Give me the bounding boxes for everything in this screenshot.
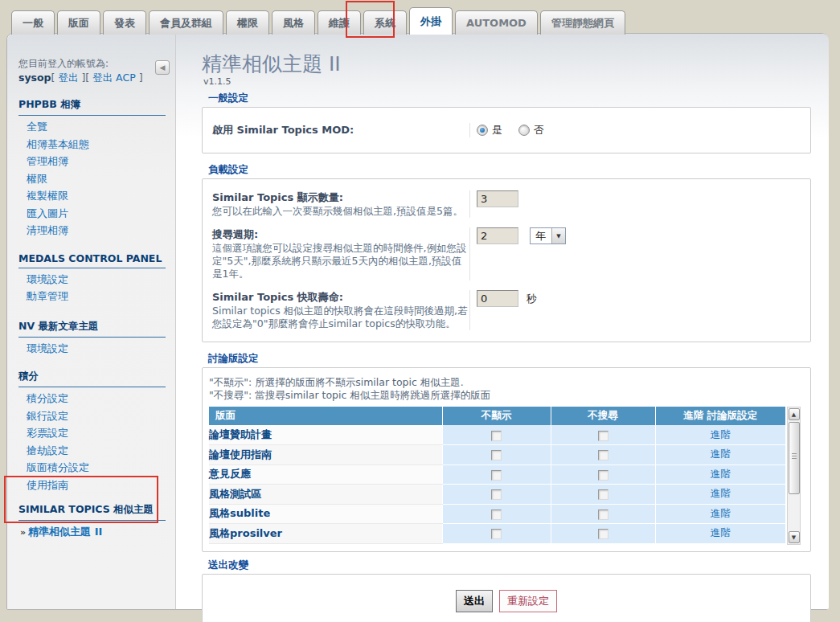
sidebar-item-overview[interactable]: 全覽 [27, 118, 166, 136]
forum-name: 論壇贊助計畫 [209, 425, 442, 445]
collapse-left-icon: ◀ [160, 63, 166, 72]
no-search-checkbox[interactable] [598, 489, 608, 500]
forum-name: 意見反應 [209, 464, 442, 485]
tab-system[interactable]: 系統 [363, 10, 407, 35]
radio-yes-icon[interactable] [477, 125, 488, 136]
no-search-checkbox[interactable] [598, 431, 608, 441]
sidebar-item-points-settings[interactable]: 積分設定 [27, 390, 166, 407]
sidebar-item-import-images[interactable]: 匯入圖片 [27, 205, 166, 223]
radio-option-yes[interactable]: 是 [477, 123, 502, 137]
sidebar-collapse-button[interactable]: ◀ [155, 60, 170, 75]
sidebar-item-user-guide[interactable]: 使用指南 [27, 477, 166, 494]
sidebar-item-nv-settings[interactable]: 環境設定 [27, 340, 166, 358]
note-no-display: "不顯示": 所選擇的版面將不顯示similar topic 相似主題. [209, 376, 801, 389]
tab-automod[interactable]: AUTOMOD [455, 10, 538, 35]
tab-general[interactable]: 一般 [11, 10, 55, 35]
logout-acp-link[interactable]: 登出 ACP [92, 72, 136, 84]
advanced-link[interactable]: 進階 [711, 487, 731, 499]
topics-count-input[interactable] [477, 190, 518, 207]
advanced-link[interactable]: 進階 [711, 526, 731, 538]
section-title: MEDALS CONTROL PANEL [18, 252, 166, 268]
col-header-no-display: 不顯示 [442, 407, 551, 425]
no-display-checkbox[interactable] [491, 431, 502, 441]
table-row: 風格測試區 進階 [209, 485, 785, 505]
advanced-link[interactable]: 進階 [711, 448, 731, 460]
no-search-checkbox[interactable] [598, 450, 608, 460]
no-search-checkbox[interactable] [598, 509, 608, 520]
select-value: 年 [531, 228, 551, 243]
col-header-no-search: 不搜尋 [551, 407, 655, 425]
sidebar-item-clean-gallery[interactable]: 清理相簿 [27, 222, 166, 239]
tab-posting[interactable]: 發表 [103, 10, 146, 35]
no-search-checkbox[interactable] [598, 470, 608, 481]
content-area: 精準相似主題 II v1.1.5 一般設定 啟用 Similar Topics … [176, 34, 829, 609]
sidebar-item-gallery-config[interactable]: 相簿基本組態 [27, 136, 166, 153]
advanced-link[interactable]: 進階 [711, 507, 731, 519]
cache-lifetime-input[interactable] [477, 290, 518, 307]
search-period-explain: 這個選項讓您可以設定搜尋相似主題的時間條件,例如您設定"5天",那麼系統將只顯示… [212, 242, 469, 280]
no-display-checkbox[interactable] [491, 509, 502, 520]
section-general: 一般設定 啟用 Similar Topics MOD: 是 否 [202, 92, 811, 153]
scrollbar-grip-icon [792, 453, 797, 459]
logout-link[interactable]: 登出 [58, 72, 78, 84]
sidebar-item-precise-similar-topics[interactable]: »精準相似主題 II [20, 523, 166, 542]
acp-tab-bar: 一般 版面 發表 會員及群組 權限 風格 維護 系統 外掛 AUTOMOD 管理… [11, 7, 625, 35]
scroll-down-icon[interactable]: ▼ [789, 531, 800, 543]
sidebar-item-copy-permissions[interactable]: 複製權限 [27, 187, 166, 205]
advanced-link[interactable]: 進階 [711, 468, 731, 480]
no-display-checkbox[interactable] [491, 489, 502, 500]
table-row: 論壇贊助計畫 進階 [209, 425, 785, 445]
sidebar-section-points: 積分 積分設定 銀行設定 彩票設定 搶劫設定 版面積分設定 使用指南 [18, 370, 166, 493]
table-row: 風格sublite 進階 [209, 504, 785, 524]
tab-maintenance[interactable]: 維護 [318, 10, 361, 35]
search-period-input[interactable] [477, 227, 518, 244]
section-submit: 送出改變 送出 重新設定 [202, 559, 811, 622]
mod-version: v1.1.5 [203, 77, 811, 87]
sidebar-item-robbery-settings[interactable]: 搶劫設定 [27, 442, 166, 460]
no-display-checkbox[interactable] [491, 529, 502, 539]
tab-permissions[interactable]: 權限 [226, 10, 269, 35]
no-display-checkbox[interactable] [491, 450, 502, 460]
cache-lifetime-explain: Similar topics 相似主題的快取將會在這段時間後過期,若您設定為"0… [212, 305, 469, 330]
chevron-down-icon[interactable]: ▼ [551, 228, 565, 243]
note-no-search: "不搜尋": 當搜尋similar topic 相似主題時將跳過所選擇的版面 [209, 389, 801, 402]
radio-no-icon[interactable] [518, 125, 530, 136]
sidebar-item-gallery-permissions[interactable]: 權限 [27, 170, 166, 188]
scroll-up-icon[interactable]: ▲ [789, 408, 800, 420]
submit-button[interactable]: 送出 [456, 590, 493, 612]
sidebar-item-medals-manage[interactable]: 勳章管理 [27, 288, 166, 305]
sidebar-item-manage-gallery[interactable]: 管理相簿 [27, 153, 166, 170]
sidebar-item-lottery-settings[interactable]: 彩票設定 [27, 424, 166, 442]
table-row: 風格prosilver 進階 [209, 524, 785, 544]
advanced-link[interactable]: 進階 [711, 428, 731, 440]
tab-styles[interactable]: 風格 [272, 10, 315, 35]
col-header-forum: 版面 [209, 407, 442, 425]
section-forums: 討論版設定 "不顯示": 所選擇的版面將不顯示similar topic 相似主… [202, 352, 811, 552]
tab-users-groups[interactable]: 會員及群組 [149, 10, 223, 35]
table-scrollbar[interactable]: ▲ ▼ [787, 407, 801, 545]
no-search-checkbox[interactable] [598, 529, 608, 539]
sidebar-item-medals-settings[interactable]: 環境設定 [27, 271, 166, 288]
section-load: 負載設定 Similar Topics 顯示數量: 您可以在此輸入一次要顯示幾個… [202, 163, 811, 342]
tab-forums[interactable]: 版面 [57, 10, 100, 35]
no-display-checkbox[interactable] [491, 470, 502, 481]
sidebar-section-medals: MEDALS CONTROL PANEL 環境設定 勳章管理 [18, 252, 166, 305]
sidebar-item-bank-settings[interactable]: 銀行設定 [27, 407, 166, 425]
sidebar-item-forum-points-settings[interactable]: 版面積分設定 [27, 459, 166, 477]
item-label: 精準相似主題 II [28, 526, 102, 538]
section-title: PHPBB 相簿 [18, 98, 166, 116]
sidebar: ◀ 您目前登入的帳號為: sysop[ 登出 ][ 登出 ACP ] PHPBB… [7, 34, 176, 609]
tab-static-pages[interactable]: 管理靜態網頁 [540, 10, 625, 35]
topics-count-label: Similar Topics 顯示數量: [212, 190, 469, 204]
sidebar-section-nv-recent: NV 最新文章主題 環境設定 [18, 320, 166, 358]
bracket: ] [136, 72, 143, 84]
search-period-label: 搜尋週期: [212, 227, 469, 241]
search-period-unit-select[interactable]: 年 ▼ [530, 227, 566, 244]
scrollbar-thumb[interactable] [789, 422, 800, 494]
page-title: 精準相似主題 II [202, 53, 811, 76]
radio-option-no[interactable]: 否 [518, 123, 544, 137]
bracket: ][ [78, 72, 92, 84]
reset-button[interactable]: 重新設定 [499, 590, 557, 612]
col-header-advanced: 進階 討論版設定 [655, 407, 785, 425]
tab-mods-active[interactable]: 外掛 [409, 7, 453, 35]
